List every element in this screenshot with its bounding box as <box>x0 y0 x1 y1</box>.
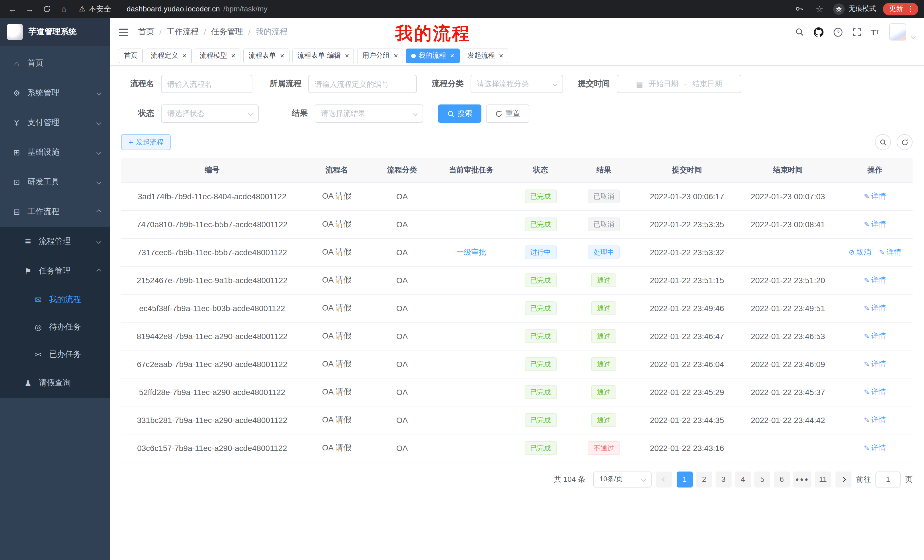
fullscreen-icon[interactable] <box>852 28 861 36</box>
tab-item-0[interactable]: 首页 <box>119 48 143 63</box>
font-size-icon[interactable]: TT <box>871 28 879 36</box>
page-button-2[interactable]: 2 <box>696 471 712 487</box>
forward-icon[interactable]: → <box>23 2 36 16</box>
next-page-button[interactable] <box>836 471 852 487</box>
table-row: 7470a810-7b9b-11ec-b5b7-acde48001122OA 请… <box>121 210 913 238</box>
close-icon[interactable]: × <box>182 52 186 59</box>
status-placeholder: 请选择状态 <box>167 108 204 119</box>
sidebar-item-todo[interactable]: ◎待办任务 <box>0 313 110 341</box>
status-tag: 已取消 <box>588 217 620 231</box>
detail-label: 详情 <box>886 247 901 257</box>
close-icon[interactable]: × <box>499 52 503 59</box>
address-bar[interactable]: ⚠ 不安全 dashboard.yudao.iocoder.cn/bpm/tas… <box>79 4 267 14</box>
sidebar-item-task[interactable]: ⚑任务管理 <box>0 256 110 286</box>
chevron-down-icon[interactable] <box>911 34 916 39</box>
github-icon[interactable] <box>813 27 823 37</box>
detail-link[interactable]: ✎详情 <box>864 415 886 425</box>
close-icon[interactable]: × <box>450 52 454 59</box>
sidebar-item-home[interactable]: ⌂首页 <box>0 48 110 78</box>
task-link[interactable]: 一级审批 <box>457 247 486 256</box>
breadcrumb-item[interactable]: 任务管理 <box>211 27 243 37</box>
result-select[interactable]: 请选择流结果 <box>315 105 423 123</box>
cell-actions: ✎详情 <box>837 210 913 238</box>
bookmark-star-icon[interactable]: ☆ <box>813 2 826 16</box>
close-icon[interactable]: × <box>394 52 398 59</box>
detail-link[interactable]: ✎详情 <box>864 219 886 229</box>
sidebar-item-leave[interactable]: ♟请假查询 <box>0 368 110 398</box>
process-name-input[interactable] <box>161 75 252 93</box>
search-icon[interactable] <box>795 27 804 36</box>
sidebar-item-tools[interactable]: ⊡研发工具 <box>0 167 110 197</box>
reload-icon[interactable] <box>40 2 54 16</box>
cell-actions: ✎详情 <box>837 434 913 462</box>
detail-icon: ✎ <box>864 416 870 424</box>
detail-link[interactable]: ✎详情 <box>864 443 886 453</box>
prev-page-button[interactable] <box>656 471 672 487</box>
page-ellipsis[interactable]: ●●● <box>793 471 812 487</box>
home-icon[interactable]: ⌂ <box>57 2 71 16</box>
close-icon[interactable]: × <box>345 52 349 59</box>
sidebar-item-done[interactable]: ✂已办任务 <box>0 341 110 368</box>
sidebar-item-yen[interactable]: ¥支付管理 <box>0 108 110 138</box>
process-def-input[interactable] <box>308 75 417 93</box>
page-size-select[interactable]: 10条/页 <box>593 471 652 487</box>
column-header: 结果 <box>572 158 636 182</box>
detail-link[interactable]: ✎详情 <box>864 275 886 285</box>
detail-icon: ✎ <box>864 360 870 368</box>
process-icon: ≣ <box>23 237 33 246</box>
task-icon: ⚑ <box>23 267 33 276</box>
page-button-3[interactable]: 3 <box>716 471 732 487</box>
page-button-6[interactable]: 6 <box>774 471 790 487</box>
page-button-11[interactable]: 11 <box>815 471 831 487</box>
detail-link[interactable]: ✎详情 <box>864 331 886 341</box>
search-button[interactable]: 搜索 <box>438 105 482 123</box>
sidebar-item-process[interactable]: ≣流程管理 <box>0 227 110 256</box>
toggle-search-button[interactable] <box>875 134 891 150</box>
breadcrumb-item[interactable]: 工作流程 <box>167 27 199 37</box>
back-icon[interactable]: ← <box>6 2 20 16</box>
page-button-1[interactable]: 1 <box>677 471 693 487</box>
tab-item-1[interactable]: 流程定义× <box>146 48 192 63</box>
tab-item-3[interactable]: 流程表单× <box>243 48 289 63</box>
detail-link[interactable]: ✎详情 <box>864 303 886 313</box>
cancel-link[interactable]: ⊘取消 <box>849 247 871 257</box>
browser-menu-icon[interactable]: ⋮ <box>907 4 914 13</box>
sidebar-item-label: 研发工具 <box>27 177 97 187</box>
tab-item-6[interactable]: 我的流程× <box>406 48 459 63</box>
cell-current-task <box>434 294 509 322</box>
sidebar-item-workflow[interactable]: ⊟工作流程 <box>0 197 110 227</box>
cell-end-time <box>738 434 837 462</box>
detail-link[interactable]: ✎详情 <box>879 247 901 257</box>
close-icon[interactable]: × <box>231 52 235 59</box>
sidebar-item-infra[interactable]: ⊞基础设施 <box>0 138 110 167</box>
page-button-4[interactable]: 4 <box>735 471 751 487</box>
detail-link[interactable]: ✎详情 <box>864 191 886 201</box>
sidebar: 芋道管理系统 ⌂首页⚙系统管理¥支付管理⊞基础设施⊡研发工具⊟工作流程≣流程管理… <box>0 18 110 560</box>
hamburger-icon[interactable] <box>119 28 129 36</box>
detail-link[interactable]: ✎详情 <box>864 387 886 397</box>
tab-item-4[interactable]: 流程表单-编辑× <box>292 48 354 63</box>
breadcrumb-item[interactable]: 首页 <box>138 27 154 37</box>
status-select[interactable]: 请选择状态 <box>161 105 259 123</box>
table-header-row: 编号流程名流程分类当前审批任务状态结果提交时间结束时间操作 <box>121 158 913 182</box>
submit-time-range[interactable]: ▦ 开始日期 - 结束日期 <box>617 75 741 93</box>
page-button-5[interactable]: 5 <box>754 471 770 487</box>
avatar[interactable] <box>889 23 906 40</box>
refresh-button[interactable] <box>897 134 913 150</box>
tab-item-2[interactable]: 流程模型× <box>195 48 240 63</box>
help-icon[interactable]: ? <box>833 27 843 37</box>
category-select[interactable]: 请选择流程分类 <box>471 75 563 93</box>
sidebar-item-my-process[interactable]: ✉我的流程 <box>0 286 110 313</box>
update-button[interactable]: 更新 ⋮ <box>883 3 918 15</box>
detail-link[interactable]: ✎详情 <box>864 359 886 369</box>
reset-button[interactable]: 重置 <box>486 105 530 123</box>
tab-item-7[interactable]: 发起流程× <box>462 48 508 63</box>
key-icon[interactable] <box>792 2 806 16</box>
close-icon[interactable]: × <box>280 52 284 59</box>
sidebar-item-gear[interactable]: ⚙系统管理 <box>0 78 110 108</box>
goto-page-input[interactable] <box>876 471 901 487</box>
start-process-label: 发起流程 <box>136 137 164 147</box>
tab-label: 首页 <box>124 51 138 60</box>
start-process-button[interactable]: + 发起流程 <box>121 134 171 150</box>
tab-item-5[interactable]: 用户分组× <box>357 48 403 63</box>
